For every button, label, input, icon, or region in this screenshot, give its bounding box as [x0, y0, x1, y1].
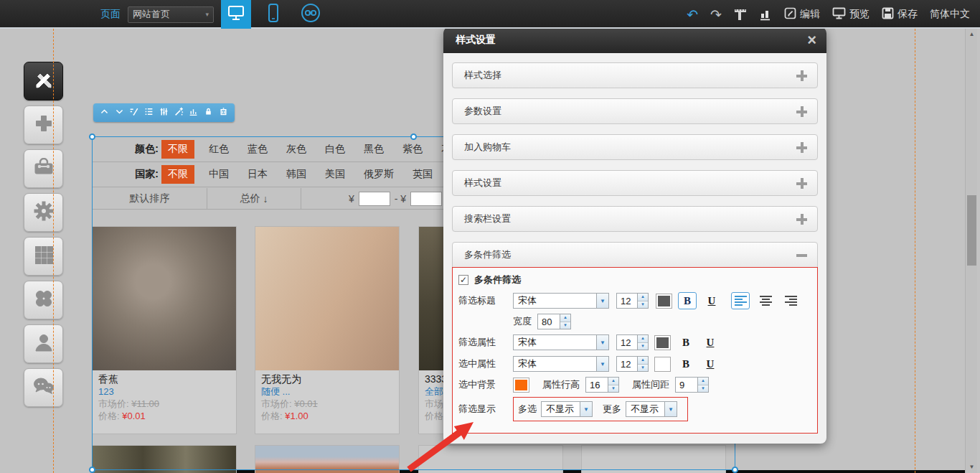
- sort-default-tab[interactable]: 默认排序: [93, 188, 207, 209]
- edit-icon[interactable]: [129, 106, 138, 119]
- sidebar-widgets-button[interactable]: [24, 281, 63, 319]
- filter-option[interactable]: 美国: [316, 168, 354, 181]
- filter-option-selected[interactable]: 不限: [161, 140, 194, 159]
- expand-plus-icon[interactable]: [796, 142, 807, 153]
- title-width-stepper[interactable]: 80 ▲▼: [537, 314, 571, 329]
- align-right-button[interactable]: [781, 292, 800, 309]
- product-link[interactable]: 随便 ...: [261, 385, 393, 398]
- selection-handle[interactable]: [410, 134, 417, 140]
- font-family-select[interactable]: 宋体 ▼: [513, 334, 609, 350]
- selected-bg-color-swatch[interactable]: [513, 378, 529, 393]
- underline-button[interactable]: U: [701, 355, 720, 373]
- chevron-down-icon[interactable]: ▼: [596, 294, 608, 308]
- align-center-button[interactable]: [756, 292, 775, 309]
- stepper-down-icon[interactable]: ▼: [638, 365, 648, 372]
- chevron-down-icon[interactable]: ▼: [664, 402, 677, 416]
- font-family-select[interactable]: 宋体 ▼: [513, 356, 609, 372]
- list-icon[interactable]: [144, 106, 154, 119]
- multi-filter-checkbox[interactable]: ✓: [458, 275, 468, 285]
- more-display-select[interactable]: 不显示 ▼: [626, 401, 677, 417]
- stepper-down-icon[interactable]: ▼: [638, 343, 648, 350]
- stepper-down-icon[interactable]: ▼: [698, 385, 708, 393]
- font-family-select[interactable]: 宋体 ▼: [513, 293, 609, 309]
- expand-plus-icon[interactable]: [796, 214, 807, 225]
- chart-icon[interactable]: [759, 8, 772, 21]
- expand-plus-icon[interactable]: [796, 178, 807, 189]
- sidebar-add-button[interactable]: [24, 106, 63, 144]
- magic-wand-icon[interactable]: [174, 106, 184, 119]
- filter-option[interactable]: 黑色: [354, 143, 393, 156]
- sidebar-chat-button[interactable]: [24, 368, 63, 407]
- filter-option[interactable]: 紫色: [393, 143, 432, 156]
- underline-button[interactable]: U: [702, 292, 721, 309]
- share-link-button[interactable]: [296, 0, 326, 29]
- selection-handle[interactable]: [89, 134, 95, 140]
- bold-button[interactable]: B: [677, 355, 695, 373]
- selection-handle[interactable]: [89, 467, 95, 473]
- edit-button[interactable]: 编辑: [784, 7, 820, 22]
- stepper-down-icon[interactable]: ▼: [560, 322, 570, 329]
- scroll-up-arrow[interactable]: ▲: [966, 29, 978, 40]
- product-link[interactable]: 123: [98, 385, 230, 398]
- price-max-input[interactable]: [410, 192, 442, 206]
- move-up-icon[interactable]: [100, 106, 109, 119]
- stepper-up-icon[interactable]: ▲: [698, 378, 708, 385]
- font-size-stepper[interactable]: 12 ▲▼: [616, 293, 649, 309]
- sidebar-user-button[interactable]: [24, 324, 63, 363]
- desktop-view-button[interactable]: [221, 0, 251, 29]
- sidebar-toolbox-button[interactable]: [24, 149, 63, 188]
- page-select[interactable]: 网站首页 ▾: [128, 6, 214, 23]
- close-icon[interactable]: ×: [807, 33, 816, 47]
- product-card[interactable]: 无我无为 随便 ... 市场价: ¥0.01 价格: ¥1.00: [255, 226, 400, 434]
- scroll-down-arrow[interactable]: ▼: [966, 462, 978, 473]
- filter-option[interactable]: 日本: [238, 168, 277, 181]
- chevron-down-icon[interactable]: ▼: [596, 357, 608, 371]
- product-card[interactable]: [581, 445, 726, 473]
- product-card[interactable]: 香蕉 123 市场价: ¥11.00 价格: ¥0.01: [92, 226, 237, 434]
- stepper-up-icon[interactable]: ▲: [608, 378, 618, 385]
- font-color-swatch[interactable]: [656, 294, 672, 309]
- preview-button[interactable]: 预览: [832, 7, 870, 22]
- line-height-stepper[interactable]: 16 ▲▼: [585, 377, 619, 393]
- section-style-settings[interactable]: 样式设置: [452, 170, 818, 196]
- stepper-up-icon[interactable]: ▲: [638, 357, 648, 365]
- stepper-up-icon[interactable]: ▲: [560, 314, 570, 322]
- filter-option[interactable]: 白色: [316, 143, 354, 156]
- font-color-swatch[interactable]: [654, 335, 671, 350]
- font-color-swatch[interactable]: [654, 357, 671, 372]
- section-multi-filter[interactable]: 多条件筛选: [452, 242, 818, 268]
- stepper-up-icon[interactable]: ▲: [638, 294, 648, 301]
- bold-button[interactable]: B: [677, 334, 695, 351]
- page-scrollbar[interactable]: ▲ ▼: [965, 29, 977, 473]
- sort-price-tab[interactable]: 总价 ↓: [207, 188, 301, 209]
- lock-icon[interactable]: [204, 106, 213, 119]
- chevron-down-icon[interactable]: ▼: [580, 402, 592, 416]
- stepper-down-icon[interactable]: ▼: [608, 385, 618, 393]
- filter-option-selected[interactable]: 不限: [161, 165, 194, 184]
- selection-handle[interactable]: [732, 467, 738, 473]
- language-label[interactable]: 简体中文: [930, 8, 970, 21]
- stepper-down-icon[interactable]: ▼: [638, 301, 648, 309]
- font-size-stepper[interactable]: 12 ▲▼: [616, 356, 649, 372]
- filter-option[interactable]: 蓝色: [238, 143, 277, 156]
- product-card[interactable]: [92, 445, 237, 473]
- multi-select-display-select[interactable]: 不显示 ▼: [541, 401, 593, 417]
- panel-header[interactable]: 样式设置 ×: [443, 27, 826, 53]
- align-left-button[interactable]: [731, 292, 750, 309]
- filter-icon[interactable]: [159, 106, 169, 119]
- redo-icon[interactable]: ↷: [710, 8, 722, 22]
- filter-option[interactable]: 韩国: [277, 168, 316, 181]
- section-add-to-cart[interactable]: 加入购物车: [452, 134, 818, 160]
- delete-icon[interactable]: [219, 106, 228, 119]
- expand-plus-icon[interactable]: [796, 70, 807, 81]
- filter-option[interactable]: 红色: [199, 143, 238, 156]
- price-min-input[interactable]: [359, 192, 390, 206]
- filter-option[interactable]: 俄罗斯: [354, 168, 403, 181]
- section-search-bar[interactable]: 搜索栏设置: [452, 206, 818, 232]
- stepper-up-icon[interactable]: ▲: [638, 335, 648, 343]
- mobile-view-button[interactable]: [258, 0, 288, 29]
- section-parameter-settings[interactable]: 参数设置: [452, 98, 818, 124]
- sidebar-settings-button[interactable]: [24, 193, 63, 232]
- filter-option[interactable]: 灰色: [277, 143, 316, 156]
- font-size-stepper[interactable]: 12 ▲▼: [616, 334, 649, 350]
